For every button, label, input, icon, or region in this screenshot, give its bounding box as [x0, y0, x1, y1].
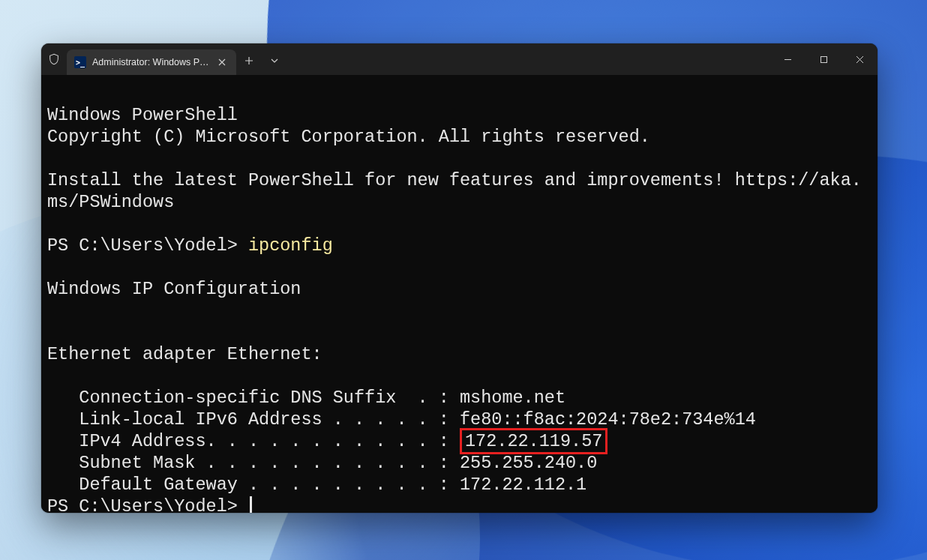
blank-line [47, 322, 58, 343]
install-hint-line: ms/PSWindows [47, 192, 174, 212]
minimize-button[interactable] [770, 43, 806, 75]
terminal-window: >_ Administrator: Windows Powe [41, 43, 878, 513]
svg-rect-0 [820, 56, 826, 62]
tab-title: Administrator: Windows Powe [92, 57, 209, 67]
ipv4-highlight-box: 172.22.119.57 [460, 428, 608, 454]
adapter-header: Ethernet adapter Ethernet: [47, 344, 322, 364]
subnet-mask-line: Subnet Mask . . . . . . . . . . . : 255.… [47, 453, 597, 473]
powershell-icon: >_ [74, 56, 86, 68]
default-gateway-line: Default Gateway . . . . . . . . . : 172.… [47, 475, 586, 495]
blank-line [47, 214, 58, 234]
ipv6-address-line: Link-local IPv6 Address . . . . . : fe80… [47, 409, 756, 430]
titlebar-drag-area[interactable] [287, 43, 770, 75]
ipv4-value: 172.22.119.57 [465, 431, 602, 451]
prompt-line: PS C:\Users\Yodel> ipconfig [47, 235, 333, 256]
prompt-text: PS C:\Users\Yodel> [47, 496, 248, 513]
blank-line [47, 148, 58, 169]
banner-line: Windows PowerShell [47, 105, 238, 125]
new-tab-button[interactable] [236, 46, 262, 75]
ipv4-label: IPv4 Address. . . . . . . . . . . : [47, 431, 460, 451]
blank-line [47, 301, 58, 321]
admin-shield-icon [41, 43, 67, 75]
banner-line: Copyright (C) Microsoft Corporation. All… [47, 127, 650, 147]
tab-close-button[interactable] [215, 55, 229, 69]
dns-suffix-line: Connection-specific DNS Suffix . : mshom… [47, 388, 566, 408]
ipv4-address-line: IPv4 Address. . . . . . . . . . . : 172.… [47, 431, 608, 451]
tab-powershell[interactable]: >_ Administrator: Windows Powe [67, 49, 236, 75]
cursor-caret [250, 496, 252, 513]
prompt-line: PS C:\Users\Yodel> [47, 496, 252, 513]
terminal-body[interactable]: Windows PowerShell Copyright (C) Microso… [41, 75, 878, 513]
prompt-text: PS C:\Users\Yodel> [47, 235, 248, 256]
ipconfig-header: Windows IP Configuration [47, 279, 301, 299]
blank-line [47, 366, 58, 386]
blank-line [47, 257, 58, 277]
maximize-button[interactable] [806, 43, 842, 75]
install-hint-line: Install the latest PowerShell for new fe… [47, 170, 862, 190]
command-text: ipconfig [248, 235, 333, 256]
tab-dropdown-button[interactable] [262, 46, 287, 75]
close-button[interactable] [842, 43, 878, 75]
titlebar[interactable]: >_ Administrator: Windows Powe [41, 43, 878, 75]
